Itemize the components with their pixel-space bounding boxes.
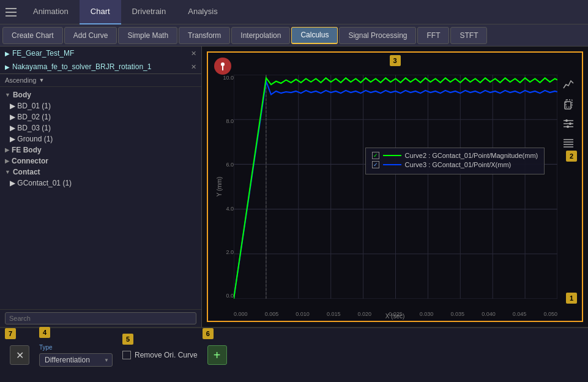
chart-pin-btn[interactable] [214, 58, 231, 75]
file2-name: Nakayama_fe_to_solver_BRJR_rotation_1 [12, 62, 151, 71]
tree-connector-label: Connector [12, 157, 48, 165]
tree-fe-body[interactable]: ▶ FE Body [0, 144, 201, 155]
tree-contact-label: Contact [13, 168, 40, 176]
badge-2: 2 [566, 151, 577, 162]
search-input[interactable] [5, 312, 196, 324]
svg-rect-2 [6, 15, 17, 17]
tree-bd01[interactable]: ▶ BD_01 (1) [0, 100, 201, 111]
interpolation-button[interactable]: Interpolation [231, 27, 290, 44]
nav-tabs: Animation Chart Drivetrain Analysis [22, 0, 229, 24]
remove-ori-container: 5 Remove Ori. Curve [122, 351, 198, 359]
chart-icon-line[interactable] [561, 77, 576, 92]
tree-fe-body-arrow: ▶ [5, 147, 9, 153]
badge-4: 4 [39, 327, 50, 338]
type-label: Type [39, 344, 113, 351]
chart-canvas: 3 2 1 [207, 51, 583, 322]
type-select[interactable]: Differentiation Integration [39, 353, 113, 367]
legend-check-2[interactable]: ✓ [372, 161, 379, 168]
signal-processing-button[interactable]: Signal Processing [339, 27, 416, 44]
file2-close[interactable]: ✕ [191, 63, 196, 71]
hamburger-menu[interactable] [0, 0, 22, 24]
svg-point-10 [567, 125, 569, 128]
nav-tab-chart[interactable]: Chart [80, 0, 121, 24]
calculus-button[interactable]: Calculus [291, 27, 338, 44]
file2-arrow: ▶ [5, 64, 10, 70]
nav-tab-animation[interactable]: Animation [22, 0, 80, 24]
badge7-container: 7 ✕ [10, 345, 29, 365]
file1-arrow: ▶ [5, 50, 10, 57]
tree-fe-body-label: FE Body [12, 146, 42, 154]
remove-ori-label[interactable]: Remove Ori. Curve [122, 351, 198, 359]
add-button[interactable]: + [207, 345, 227, 365]
svg-point-8 [565, 119, 568, 122]
sidebar-files: ▶ FE_Gear_Test_MF ✕ ▶ Nakayama_fe_to_sol… [0, 47, 201, 74]
svg-point-9 [569, 122, 571, 125]
tree-body[interactable]: ▼ Body [0, 89, 201, 100]
top-nav: Animation Chart Drivetrain Analysis [0, 0, 588, 24]
tree-contact[interactable]: ▼ Contact [0, 167, 201, 178]
sidebar-file-1[interactable]: ▶ FE_Gear_Test_MF ✕ [0, 47, 201, 60]
chart-icon-sliders[interactable] [561, 116, 576, 131]
chart-legend: ✓ Curve2 : GContact_01/Point/Magnitude(m… [365, 148, 545, 174]
simple-math-button[interactable]: Simple Math [118, 27, 177, 44]
nav-tab-analysis[interactable]: Analysis [177, 0, 228, 24]
tree-gcontact[interactable]: ▶ GContact_01 (1) [0, 178, 201, 189]
sort-label: Ascending [5, 77, 36, 84]
chart-icon-copy[interactable] [561, 97, 576, 111]
x-axis-label: X (sec) [385, 313, 405, 320]
search-box [0, 309, 201, 327]
tree-bd03[interactable]: ▶ BD_03 (1) [0, 122, 201, 133]
remove-ori-text: Remove Ori. Curve [135, 351, 198, 359]
sidebar: ▶ FE_Gear_Test_MF ✕ ▶ Nakayama_fe_to_sol… [0, 47, 202, 327]
tree-body-arrow: ▼ [5, 92, 10, 98]
tree-ground[interactable]: ▶ Ground (1) [0, 133, 201, 144]
transform-button[interactable]: Transform [179, 27, 230, 44]
type-dropdown[interactable]: Differentiation Integration [39, 353, 113, 367]
sidebar-file-2[interactable]: ▶ Nakayama_fe_to_solver_BRJR_rotation_1 … [0, 60, 201, 73]
badge-5: 5 [122, 334, 133, 345]
tree-body-label: Body [13, 91, 31, 99]
add-curve-button[interactable]: Add Curve [64, 27, 117, 44]
file1-close[interactable]: ✕ [191, 50, 196, 58]
chart-icon-list[interactable] [561, 136, 576, 151]
add-btn-container: 6 + [207, 345, 227, 365]
chart-side-icons [561, 77, 576, 151]
legend-item-2: ✓ Curve3 : GContact_01/Point/X(mm) [372, 161, 538, 168]
close-button[interactable]: ✕ [10, 345, 29, 365]
tree: ▼ Body ▶ BD_01 (1) ▶ BD_02 (1) ▶ BD_03 (… [0, 87, 201, 309]
fft-button[interactable]: FFT [417, 27, 449, 44]
legend-item-1: ✓ Curve2 : GContact_01/Point/Magnitude(m… [372, 152, 538, 159]
svg-rect-1 [6, 12, 17, 13]
tree-contact-arrow: ▼ [5, 169, 10, 175]
badge-3: 3 [390, 55, 401, 66]
toolbar: Create Chart Add Curve Simple Math Trans… [0, 24, 588, 47]
remove-ori-checkbox[interactable] [122, 351, 131, 359]
tree-connector[interactable]: ▶ Connector [0, 155, 201, 167]
nav-tab-drivetrain[interactable]: Drivetrain [121, 0, 177, 24]
tree-connector-arrow: ▶ [5, 158, 9, 164]
badge-1: 1 [566, 293, 577, 304]
stft-button[interactable]: STFT [450, 27, 487, 44]
y-ticks: 10.0 8.0 6.0 4.0 2.0 0.0 [217, 75, 234, 299]
svg-rect-0 [6, 8, 17, 9]
chart-area: 3 2 1 [202, 47, 588, 327]
legend-label-1: Curve2 : GContact_01/Point/Magnitude(mm) [405, 152, 538, 159]
badge-6: 6 [203, 328, 214, 339]
legend-label-2: Curve3 : GContact_01/Point/X(mm) [405, 161, 512, 168]
svg-point-15 [221, 62, 225, 66]
create-chart-button[interactable]: Create Chart [2, 27, 63, 44]
tree-bd02[interactable]: ▶ BD_02 (1) [0, 111, 201, 122]
chart-svg [234, 75, 557, 299]
legend-check-1[interactable]: ✓ [372, 152, 379, 159]
badge-7: 7 [5, 328, 16, 339]
legend-line-green [383, 155, 401, 156]
file1-name: FE_Gear_Test_MF [12, 49, 74, 58]
sort-bar: Ascending ▼ [0, 74, 201, 87]
legend-line-blue [383, 164, 401, 165]
main-layout: ▶ FE_Gear_Test_MF ✕ ▶ Nakayama_fe_to_sol… [0, 47, 588, 327]
bottom-panel: 7 ✕ 4 Type Differentiation Integration 5… [0, 327, 588, 382]
type-field: 4 Type Differentiation Integration [39, 344, 113, 367]
sort-arrow-icon: ▼ [39, 77, 44, 83]
